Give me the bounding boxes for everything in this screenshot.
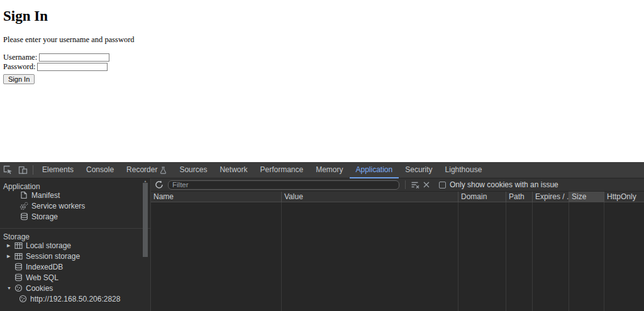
cookie-filter-input[interactable] [168,180,399,190]
sidebar-section-application: Application Manifest [0,178,150,222]
sidebar-item-cookie-origin[interactable]: http://192.168.50.206:2828 [0,293,150,304]
scrollbar-thumb[interactable] [143,183,148,257]
issue-filter-label: Only show cookies with an issue [450,180,558,189]
sidebar-item-service-workers[interactable]: Service workers [0,200,150,211]
column-body-expires [533,202,569,311]
table-icon [14,241,23,250]
password-label: Password: [3,62,35,72]
sidebar-item-session-storage[interactable]: ▶ Session storage [0,251,150,261]
username-input[interactable] [39,53,109,62]
column-header-value[interactable]: Value [282,192,458,202]
tab-console[interactable]: Console [80,162,120,178]
tab-memory[interactable]: Memory [309,162,349,178]
devtools-panel: Elements Console Recorder Sources Networ… [0,162,644,311]
inspect-icon[interactable] [0,162,15,178]
sidebar-section-header: Application [0,178,150,190]
cookie-icon [18,295,27,303]
signin-button[interactable]: Sign In [3,74,35,84]
chevron-expanded-icon[interactable]: ▼ [7,286,14,290]
table-icon [14,252,23,261]
sidebar-item-indexeddb[interactable]: IndexedDB [0,261,150,272]
column-header-path[interactable]: Path [506,192,533,202]
sidebar-item-manifest[interactable]: Manifest [0,190,150,200]
cookies-table-header: Name Value Domain Path Expires / ... Siz… [151,192,644,202]
gears-icon [19,202,28,210]
column-header-name[interactable]: Name [151,192,282,202]
tab-sources[interactable]: Sources [173,162,213,178]
flask-icon [160,166,167,174]
tab-security[interactable]: Security [399,162,438,178]
username-row: Username: [3,53,644,62]
cookies-toolbar: Only show cookies with an issue [151,178,644,192]
column-body-name [151,202,282,311]
signin-page: Sign In Please enter your username and p… [0,0,644,162]
devtools-body: Application Manifest [0,178,644,311]
sidebar-item-storage[interactable]: Storage [0,211,150,222]
cookies-table-body[interactable] [151,202,644,311]
tab-network[interactable]: Network [213,162,253,178]
devtools-tabbar: Elements Console Recorder Sources Networ… [0,162,644,178]
tab-recorder[interactable]: Recorder [120,162,173,178]
sidebar-section-storage: Storage ▶ Local storage ▶ [0,228,150,304]
tabbar-separator [33,165,33,175]
chevron-collapsed-icon[interactable]: ▶ [7,243,14,248]
column-body-size [569,202,604,311]
sidebar-scrollbar[interactable]: ▲ [142,179,148,310]
column-body-path [506,202,533,311]
chevron-collapsed-icon[interactable]: ▶ [7,254,14,259]
tab-performance[interactable]: Performance [253,162,309,178]
database-icon [14,263,23,271]
signin-subtitle: Please enter your username and password [3,35,644,45]
sidebar-section-header: Storage [0,229,150,240]
document-icon [19,191,28,200]
issue-filter-checkbox[interactable] [439,182,446,188]
refresh-icon[interactable] [153,179,165,190]
database-icon [14,273,23,282]
signin-form: Username: Password: [3,53,644,72]
device-toolbar-icon[interactable] [15,162,30,178]
column-body-value [282,202,458,311]
column-header-httponly[interactable]: HttpOnly [604,192,644,202]
tab-application[interactable]: Application [350,162,399,178]
sidebar-item-local-storage[interactable]: ▶ Local storage [0,240,150,251]
clear-filter-icon[interactable] [409,179,421,190]
application-sidebar: Application Manifest [0,178,151,311]
column-body-httponly [604,202,644,311]
database-icon [19,212,28,221]
page-title: Sign In [3,8,644,25]
delete-selected-icon[interactable] [421,179,432,190]
toolbar-separator [405,180,406,189]
column-header-size[interactable]: Size [569,192,604,202]
column-header-expires[interactable]: Expires / ... [533,192,569,202]
password-row: Password: [3,62,644,72]
cookie-icon [14,284,23,293]
username-label: Username: [3,53,37,62]
sidebar-item-web-sql[interactable]: Web SQL [0,272,150,283]
column-body-domain [458,202,506,311]
column-header-domain[interactable]: Domain [458,192,506,202]
cookies-panel: Only show cookies with an issue Name Val… [151,178,644,311]
tab-lighthouse[interactable]: Lighthouse [439,162,489,178]
tab-elements[interactable]: Elements [36,162,80,178]
sidebar-item-cookies[interactable]: ▼ Cookies [0,283,150,293]
password-input[interactable] [37,63,108,71]
